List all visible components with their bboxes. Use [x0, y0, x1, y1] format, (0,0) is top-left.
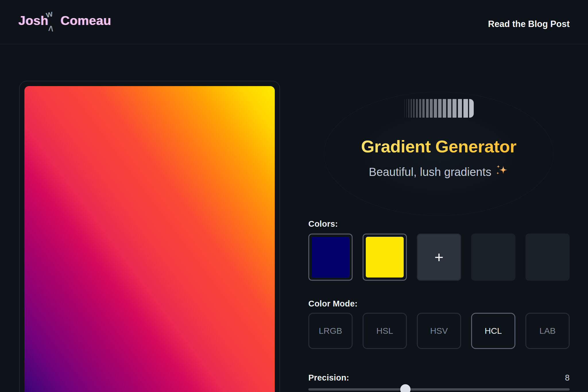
gradient-bar [419, 99, 421, 118]
plus-icon: + [434, 249, 444, 265]
read-blog-post-link[interactable]: Read the Blog Post [488, 19, 570, 29]
gradient-bar [430, 99, 433, 118]
color-chip-yellow [366, 237, 404, 277]
gradient-preview-frame [19, 81, 280, 392]
gradient-bar [448, 99, 451, 118]
gradient-bar [434, 99, 437, 118]
color-swatch-row: + [308, 234, 570, 281]
header: Josh Comeau w ^ Read the Blog Post [0, 0, 588, 44]
page-subtitle: Beautiful, lush gradients [308, 165, 569, 181]
gradient-bar [416, 99, 418, 118]
logo-first-name: Josh [18, 14, 49, 27]
subtitle-text: Beautiful, lush gradients [369, 166, 492, 178]
precision-label: Precision: [308, 373, 349, 383]
color-chip-navy [312, 237, 349, 277]
empty-color-slot-2 [525, 234, 570, 281]
color-mode-hsv-button[interactable]: HSV [417, 313, 461, 349]
logo-last-name: Comeau [61, 14, 111, 27]
gradient-preview [24, 86, 275, 392]
gradient-bar [406, 99, 407, 118]
color-mode-hsl-button[interactable]: HSL [363, 313, 407, 349]
precision-slider[interactable] [308, 388, 570, 391]
logo-caret-icon: ^ [48, 24, 54, 36]
gradient-bar [463, 99, 468, 118]
site-logo[interactable]: Josh Comeau w ^ [18, 14, 111, 29]
color-swatch-1[interactable] [308, 234, 353, 281]
color-swatch-2[interactable] [363, 234, 407, 281]
color-mode-label: Color Mode: [308, 299, 357, 308]
gradient-bar [452, 99, 457, 118]
gradient-bar [411, 99, 412, 118]
gradient-bars-decoration-icon [404, 99, 476, 118]
color-mode-hcl-button[interactable]: HCL [471, 313, 515, 349]
gradient-bar [413, 99, 415, 118]
gradient-bar [404, 99, 405, 118]
gradient-bar [458, 99, 462, 118]
gradient-generator-page: Josh Comeau w ^ Read the Blog Post Gradi… [0, 0, 588, 392]
page-title: Gradient Generator [308, 137, 569, 156]
logo-squiggle-icon: w [45, 9, 53, 19]
gradient-bar [443, 99, 446, 118]
color-mode-lab-button[interactable]: LAB [525, 313, 570, 349]
gradient-bar [469, 99, 474, 118]
color-mode-row: LRGB HSL HSV HCL LAB [308, 313, 570, 349]
precision-value: 8 [565, 373, 570, 383]
add-color-button[interactable]: + [417, 234, 461, 281]
sparkles-icon [495, 164, 508, 180]
gradient-bar [408, 99, 409, 118]
precision-slider-thumb[interactable] [400, 384, 411, 392]
gradient-bar [422, 99, 425, 118]
empty-color-slot-1 [471, 234, 515, 281]
gradient-bar [438, 99, 441, 118]
gradient-bar [426, 99, 429, 118]
colors-label: Colors: [308, 219, 338, 229]
color-mode-lrgb-button[interactable]: LRGB [308, 313, 353, 349]
